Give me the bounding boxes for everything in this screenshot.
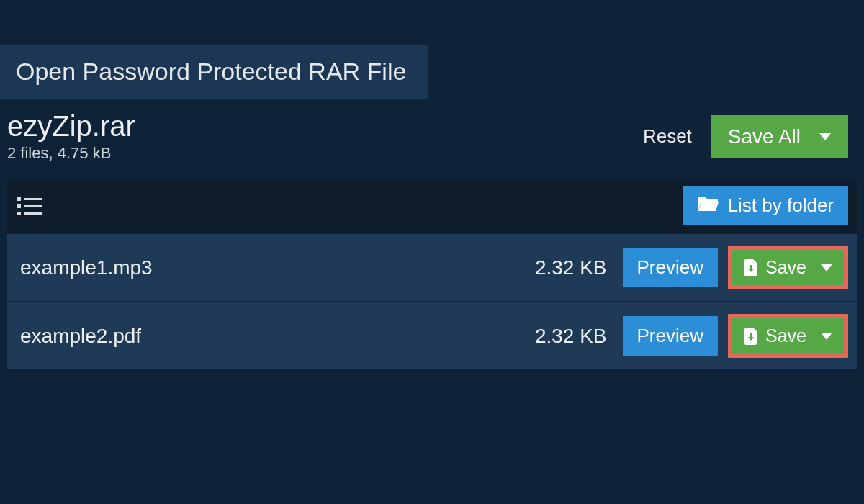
preview-label: Preview [637, 325, 703, 346]
svg-rect-5 [24, 212, 42, 215]
save-button[interactable]: Save [732, 318, 844, 354]
svg-rect-0 [17, 197, 21, 201]
folder-open-icon [698, 194, 719, 217]
list-by-folder-button[interactable]: List by folder [683, 186, 848, 225]
preview-button[interactable]: Preview [623, 316, 718, 356]
page-title: Open Password Protected RAR File [16, 58, 406, 85]
tab-open-rar[interactable]: Open Password Protected RAR File [0, 45, 428, 99]
reset-button[interactable]: Reset [643, 125, 692, 148]
reset-label: Reset [643, 125, 692, 147]
archive-meta: 2 files, 4.75 kB [7, 144, 135, 163]
svg-rect-4 [17, 212, 21, 215]
preview-button[interactable]: Preview [623, 248, 718, 287]
save-button-highlight: Save [728, 314, 848, 358]
chevron-down-icon [821, 264, 832, 271]
chevron-down-icon [821, 333, 832, 340]
file-list-panel: List by folder example1.mp3 2.32 KB Prev… [7, 179, 857, 369]
file-download-icon [744, 259, 758, 276]
file-row: example2.pdf 2.32 KB Preview Save [7, 301, 857, 369]
archive-filename: ezyZip.rar [7, 110, 135, 143]
file-size: 2.32 KB [535, 325, 607, 348]
save-all-label: Save All [728, 125, 801, 148]
preview-label: Preview [637, 256, 703, 278]
list-toolbar: List by folder [7, 179, 857, 233]
file-size: 2.32 KB [535, 256, 607, 279]
info-bar: ezyZip.rar 2 files, 4.75 kB Reset Save A… [0, 99, 864, 174]
svg-rect-3 [24, 205, 42, 207]
file-row: example1.mp3 2.32 KB Preview Save [7, 233, 857, 301]
info-actions: Reset Save All [643, 115, 848, 158]
tab-row: Open Password Protected RAR File [0, 45, 864, 99]
save-button-highlight: Save [728, 246, 848, 289]
archive-info: ezyZip.rar 2 files, 4.75 kB [7, 110, 135, 163]
file-download-icon [744, 328, 758, 345]
svg-rect-2 [17, 204, 21, 208]
list-icon[interactable] [17, 196, 42, 216]
file-name: example2.pdf [20, 325, 535, 348]
save-all-button[interactable]: Save All [711, 115, 848, 158]
list-by-folder-label: List by folder [728, 194, 834, 217]
chevron-down-icon [819, 133, 831, 140]
save-button[interactable]: Save [732, 250, 844, 285]
save-label: Save [765, 257, 806, 278]
save-label: Save [765, 325, 806, 346]
svg-rect-1 [24, 198, 42, 200]
file-name: example1.mp3 [20, 256, 535, 279]
